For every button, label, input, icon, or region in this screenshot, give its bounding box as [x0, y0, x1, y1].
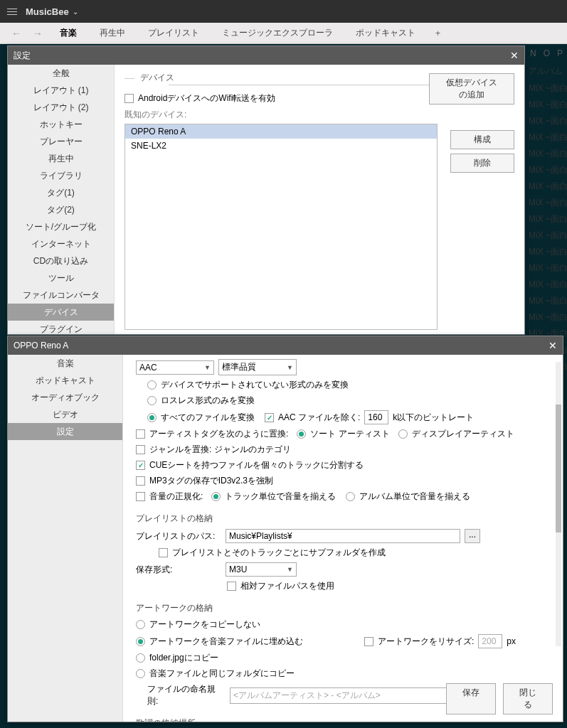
- settings-nav-item[interactable]: タグ(1): [8, 184, 114, 201]
- album-item[interactable]: MiX ~面白: [527, 293, 567, 309]
- device-item[interactable]: SNE-LX2: [125, 139, 437, 153]
- tab-playlists[interactable]: プレイリスト: [137, 23, 211, 43]
- cue-split-checkbox[interactable]: [136, 461, 145, 470]
- settings-nav-item[interactable]: レイアウト (1): [8, 82, 114, 99]
- close-button[interactable]: 閉じる: [503, 683, 553, 714]
- album-item[interactable]: MiX ~面白: [527, 162, 567, 178]
- filename-rule-input[interactable]: <アルバムアーティスト> - <アルバム>: [230, 687, 465, 704]
- settings-nav-item[interactable]: ファイルコンバータ: [8, 287, 114, 304]
- device-nav-item[interactable]: 音楽: [8, 355, 122, 372]
- alpha-index[interactable]: N O P: [527, 44, 567, 63]
- artwork-folderjpg-radio[interactable]: [136, 653, 145, 663]
- settings-nav-item[interactable]: 再生中: [8, 150, 114, 167]
- settings-nav-item[interactable]: ソート/グループ化: [8, 218, 114, 235]
- album-item[interactable]: MiX ~面白: [527, 80, 567, 97]
- dialog-titlebar[interactable]: 設定 ✕: [8, 46, 524, 65]
- exclude-aac-checkbox[interactable]: [265, 413, 274, 422]
- relative-path-checkbox[interactable]: [227, 582, 236, 591]
- album-item[interactable]: MiX ~面白: [527, 195, 567, 211]
- tab-nowplaying[interactable]: 再生中: [88, 23, 137, 43]
- save-button[interactable]: 保存: [446, 683, 496, 714]
- device-settings-dialog: OPPO Reno A ✕ 音楽ポッドキャストオーディオブックビデオ設定 AAC…: [7, 336, 563, 722]
- bitrate-input[interactable]: 160: [364, 410, 388, 424]
- album-item[interactable]: MiX ~面白: [527, 113, 567, 129]
- settings-nav-item[interactable]: レイアウト (2): [8, 99, 114, 116]
- settings-nav-item[interactable]: タグ(2): [8, 201, 114, 218]
- tab-music[interactable]: 音楽: [48, 23, 88, 43]
- album-item[interactable]: MiX ~面白: [527, 211, 567, 228]
- tab-podcasts[interactable]: ポッドキャスト: [344, 23, 427, 43]
- codec-select[interactable]: AAC▼: [136, 360, 214, 375]
- scrollbar-thumb[interactable]: [556, 405, 561, 532]
- add-virtual-device-button[interactable]: 仮想デバイスの追加: [429, 73, 514, 105]
- device-nav-item[interactable]: オーディオブック: [8, 389, 122, 406]
- close-icon[interactable]: ✕: [549, 340, 557, 351]
- album-item[interactable]: MiX ~面白: [527, 277, 567, 293]
- album-item[interactable]: MiX ~面白: [527, 97, 567, 113]
- app-title: MusicBee: [26, 6, 69, 17]
- main-tabbar: ← → 音楽 再生中 プレイリスト ミュージックエクスプローラ ポッドキャスト …: [0, 23, 567, 44]
- device-item[interactable]: OPPO Reno A: [125, 124, 437, 139]
- browse-button[interactable]: ...: [465, 529, 480, 543]
- playlist-path-input[interactable]: Music¥Playlists¥: [226, 529, 460, 543]
- convert-all-radio[interactable]: [147, 413, 157, 422]
- lyrics-section: 歌詞の格納場所: [136, 717, 553, 722]
- dialog-title: 設定: [14, 50, 31, 62]
- settings-nav-item[interactable]: CDの取り込み: [8, 252, 114, 269]
- normalize-album-radio[interactable]: [346, 492, 355, 501]
- album-item[interactable]: MiX ~面白: [527, 260, 567, 277]
- add-tab-button[interactable]: +: [427, 28, 449, 38]
- device-nav-item[interactable]: ビデオ: [8, 406, 122, 423]
- save-format-select[interactable]: M3U▼: [226, 562, 297, 577]
- tab-explorer[interactable]: ミュージックエクスプローラ: [211, 23, 344, 43]
- wifi-transfer-label: AndroidデバイスへのWifi転送を有効: [138, 92, 275, 105]
- artwork-nocopy-radio[interactable]: [136, 620, 145, 629]
- normalize-checkbox[interactable]: [136, 492, 145, 501]
- library-sidebar: N O P アルバム MiX ~面白MiX ~面白MiX ~面白MiX ~面白M…: [527, 44, 567, 375]
- chevron-down-icon[interactable]: ⌄: [73, 8, 78, 16]
- sort-artist-radio[interactable]: [297, 429, 306, 439]
- album-item[interactable]: MiX ~面白: [527, 244, 567, 260]
- settings-dialog: 設定 ✕ 全般レイアウト (1)レイアウト (2)ホットキープレーヤー再生中ライ…: [7, 46, 525, 335]
- artwork-samefolder-radio[interactable]: [136, 669, 145, 678]
- artwork-embed-radio[interactable]: [136, 637, 145, 646]
- device-list[interactable]: OPPO Reno A SNE-LX2: [124, 124, 438, 330]
- artwork-resize-checkbox[interactable]: [364, 637, 373, 646]
- replace-genre-checkbox[interactable]: [136, 445, 145, 454]
- playlist-subfolder-checkbox[interactable]: [159, 548, 168, 557]
- device-nav-item[interactable]: 設定: [8, 423, 122, 440]
- wifi-transfer-checkbox[interactable]: [124, 94, 134, 103]
- device-nav-item[interactable]: ポッドキャスト: [8, 372, 122, 389]
- settings-nav: 全般レイアウト (1)レイアウト (2)ホットキープレーヤー再生中ライブラリタグ…: [8, 65, 115, 334]
- configure-button[interactable]: 構成: [450, 130, 514, 149]
- delete-button[interactable]: 削除: [450, 154, 514, 173]
- normalize-track-radio[interactable]: [211, 492, 221, 501]
- artwork-resize-input[interactable]: 200: [478, 634, 502, 648]
- menu-icon[interactable]: [7, 9, 17, 15]
- album-item[interactable]: MiX ~面白: [527, 129, 567, 146]
- settings-nav-item[interactable]: ツール: [8, 269, 114, 287]
- settings-nav-item[interactable]: インターネット: [8, 235, 114, 252]
- album-item[interactable]: MiX ~面白: [527, 146, 567, 162]
- album-item[interactable]: MiX ~面白: [527, 309, 567, 326]
- settings-nav-item[interactable]: デバイス: [8, 304, 114, 321]
- album-item[interactable]: MiX ~面白: [527, 228, 567, 244]
- nav-forward-icon[interactable]: →: [27, 28, 48, 39]
- close-icon[interactable]: ✕: [510, 50, 519, 61]
- settings-nav-item[interactable]: ライブラリ: [8, 167, 114, 184]
- settings-nav-item[interactable]: ホットキー: [8, 116, 114, 133]
- convert-unsupported-radio[interactable]: [147, 380, 157, 390]
- device-nav: 音楽ポッドキャストオーディオブックビデオ設定: [8, 355, 123, 722]
- settings-nav-item[interactable]: 全般: [8, 65, 114, 82]
- nav-back-icon[interactable]: ←: [6, 28, 27, 39]
- id3-force-checkbox[interactable]: [136, 476, 145, 486]
- convert-lossless-radio[interactable]: [147, 396, 157, 405]
- artwork-section: アートワークの格納: [136, 602, 553, 614]
- replace-artist-checkbox[interactable]: [136, 429, 145, 439]
- quality-select[interactable]: 標準品質▼: [218, 359, 297, 375]
- album-item[interactable]: MiX ~面白: [527, 178, 567, 195]
- display-artist-radio[interactable]: [398, 429, 408, 439]
- settings-nav-item[interactable]: プレーヤー: [8, 133, 114, 150]
- dialog-titlebar[interactable]: OPPO Reno A ✕: [8, 336, 563, 355]
- scrollbar[interactable]: [556, 362, 561, 646]
